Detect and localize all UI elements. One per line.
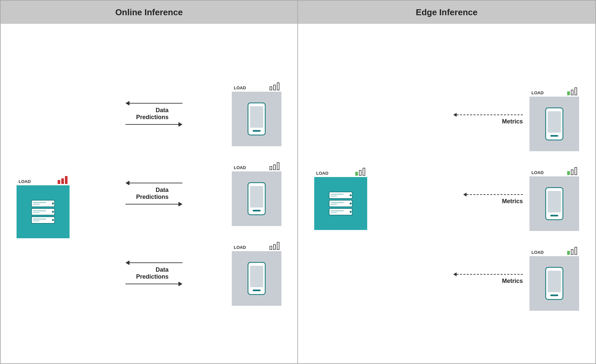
online-device-box-3	[232, 251, 281, 306]
svg-rect-13	[250, 106, 263, 128]
svg-rect-40	[548, 271, 561, 292]
edge-device-top	[529, 97, 579, 151]
metrics-label-bot: Metrics	[502, 278, 523, 285]
online-device-box-1	[232, 92, 281, 146]
edge-device-wrapper-mid: LOAD	[529, 166, 579, 231]
edge-row-1: Metrics LOAD	[314, 87, 579, 151]
online-device-row-1: Data Predictions LOAD	[76, 82, 281, 146]
svg-rect-7	[33, 212, 39, 213]
svg-point-33	[350, 211, 352, 213]
arrows-1: Data Predictions	[76, 101, 232, 127]
content-row: LOAD	[1, 24, 595, 363]
svg-rect-35	[330, 212, 337, 213]
svg-rect-37	[548, 191, 561, 212]
arrows-3: Data Predictions	[76, 260, 232, 286]
online-device-row-3: Data Predictions LOAD	[76, 241, 281, 306]
device-wrapper-2: LOAD	[232, 161, 281, 226]
phone-icon-2	[247, 181, 267, 216]
svg-rect-4	[31, 208, 55, 215]
svg-rect-3	[33, 204, 39, 205]
edge-phone-mid	[544, 186, 564, 221]
arrows-2: Data Predictions	[76, 181, 232, 206]
svg-rect-10	[33, 218, 46, 220]
edge-device-mid	[529, 176, 579, 231]
svg-rect-17	[253, 210, 261, 211]
predictions-label-3: Predictions	[136, 273, 169, 280]
predictions-label-1: Predictions	[136, 114, 169, 121]
phone-icon-3	[247, 261, 267, 296]
left-panel: LOAD	[1, 24, 298, 363]
svg-point-9	[52, 219, 54, 221]
header-row: Online Inference Edge Inference	[1, 1, 595, 24]
edge-device-bot	[529, 256, 579, 311]
device-wrapper-3: LOAD	[232, 241, 281, 306]
svg-rect-26	[330, 194, 344, 195]
right-rows: Metrics LOAD	[314, 77, 579, 311]
server-load-label: LOAD	[19, 179, 31, 184]
svg-point-29	[350, 203, 352, 205]
svg-point-25	[350, 194, 352, 196]
svg-point-5	[52, 211, 54, 213]
svg-rect-32	[329, 208, 352, 215]
server-bar-chart	[58, 175, 68, 184]
svg-rect-38	[550, 215, 558, 216]
svg-rect-31	[330, 204, 337, 205]
svg-rect-30	[330, 202, 344, 203]
svg-rect-22	[548, 111, 561, 133]
svg-rect-34	[330, 210, 344, 211]
edge-server-wrapper: LOAD	[314, 167, 367, 230]
svg-rect-23	[550, 135, 558, 137]
edge-metrics-1: Metrics	[380, 113, 529, 125]
edge-metrics-3: Metrics	[380, 272, 529, 285]
online-device-box-2	[232, 171, 281, 226]
svg-rect-28	[329, 200, 352, 207]
svg-rect-20	[253, 290, 261, 291]
edge-metrics-2: Metrics	[367, 193, 529, 205]
online-server-box	[17, 185, 70, 238]
edge-device-wrapper-bot: LOAD	[529, 246, 579, 311]
data-label-3: Data	[156, 266, 169, 273]
edge-server-box	[314, 177, 367, 230]
svg-rect-6	[33, 210, 46, 211]
main-container: Online Inference Edge Inference LOAD	[0, 0, 596, 364]
online-devices-col: Data Predictions LOAD	[76, 82, 281, 306]
data-label-1: Data	[156, 107, 169, 114]
edge-row-2: LOAD	[314, 166, 579, 231]
edge-server-icon	[326, 189, 356, 218]
svg-point-1	[52, 203, 54, 205]
online-inference-header: Online Inference	[1, 1, 298, 24]
metrics-label-mid: Metrics	[502, 198, 523, 205]
server-icon	[28, 197, 58, 227]
edge-device-wrapper-top: LOAD	[529, 87, 579, 151]
svg-rect-27	[330, 196, 337, 197]
svg-rect-41	[550, 295, 558, 296]
edge-phone-bot	[544, 266, 564, 301]
edge-inference-header: Edge Inference	[298, 1, 595, 24]
svg-rect-24	[329, 192, 352, 199]
online-server-wrapper: LOAD	[17, 175, 70, 238]
svg-rect-14	[253, 130, 261, 132]
svg-rect-0	[31, 200, 55, 207]
svg-rect-2	[33, 202, 46, 203]
right-panel: Metrics LOAD	[298, 24, 595, 363]
edge-row-3: Metrics LOAD	[314, 246, 579, 311]
svg-rect-11	[33, 220, 39, 221]
right-panel-inner: Metrics LOAD	[308, 77, 586, 311]
metrics-label-top: Metrics	[502, 118, 523, 125]
edge-phone-top	[544, 107, 564, 141]
svg-rect-16	[250, 186, 263, 207]
online-device-row-2: Data Predictions LOAD	[76, 161, 281, 226]
svg-rect-8	[31, 217, 55, 223]
phone-icon-1	[247, 102, 267, 136]
predictions-label-2: Predictions	[136, 194, 169, 201]
data-label-2: Data	[156, 187, 169, 194]
device-wrapper-1: LOAD	[232, 82, 281, 146]
svg-rect-19	[250, 266, 263, 287]
